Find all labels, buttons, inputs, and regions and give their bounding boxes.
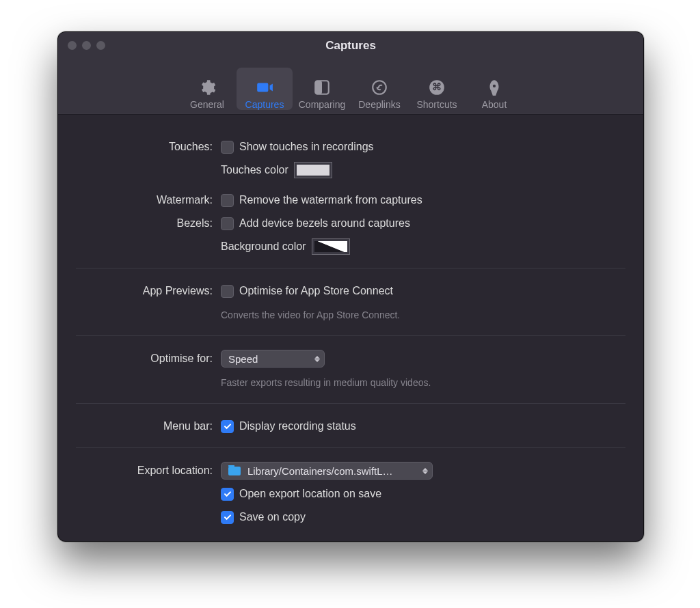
tab-about[interactable]: About [466, 68, 522, 110]
open-on-save-checkbox[interactable] [221, 488, 234, 501]
minimize-icon[interactable] [82, 41, 91, 50]
titlebar: Captures [58, 32, 643, 59]
show-touches-checkbox[interactable] [221, 141, 234, 154]
display-recording-status-text: Display recording status [239, 420, 356, 432]
optimise-appstore-checkbox[interactable] [221, 285, 234, 298]
bezels-bg-color-well[interactable] [312, 238, 350, 255]
export-location-label: Export location: [76, 465, 214, 477]
compare-icon [313, 79, 331, 96]
export-location-value: Library/Containers/com.swiftL… [247, 465, 393, 477]
rocket-icon [485, 79, 503, 96]
bezels-label: Bezels: [76, 217, 214, 230]
remove-watermark-text: Remove the watermark from captures [239, 194, 422, 206]
separator [76, 403, 625, 404]
svg-text:⌘: ⌘ [432, 81, 442, 92]
export-location-popup[interactable]: Library/Containers/com.swiftL… [221, 462, 433, 480]
video-camera-icon [256, 79, 273, 96]
optimise-for-popup[interactable]: Speed [221, 350, 325, 368]
tab-bar: General Captures Comparing Deeplinks ⌘ S… [58, 59, 643, 115]
svg-rect-1 [315, 81, 322, 94]
check-icon [224, 490, 232, 498]
optimise-for-value: Speed [228, 353, 258, 365]
chevron-updown-icon [422, 468, 428, 474]
touches-color-label: Touches color [221, 164, 288, 176]
watermark-label: Watermark: [76, 194, 214, 206]
app-previews-help: Converts the video for App Store Connect… [221, 309, 400, 320]
command-icon: ⌘ [428, 79, 446, 96]
tab-captures[interactable]: Captures [237, 68, 293, 110]
touches-color-well[interactable] [294, 162, 332, 178]
show-touches-text: Show touches in recordings [239, 141, 374, 153]
optimise-for-label: Optimise for: [76, 353, 214, 365]
add-bezels-checkbox[interactable] [221, 217, 234, 230]
check-icon [224, 422, 232, 430]
folder-icon [228, 467, 241, 475]
menu-bar-label: Menu bar: [76, 420, 214, 432]
optimise-appstore-text: Optimise for App Store Connect [239, 285, 393, 297]
tab-deeplinks-label: Deeplinks [358, 99, 400, 110]
display-recording-status-checkbox[interactable] [221, 420, 234, 433]
gear-icon [198, 79, 216, 96]
open-on-save-text: Open export location on save [239, 488, 381, 500]
tab-comparing[interactable]: Comparing [294, 68, 350, 110]
link-icon [371, 79, 388, 96]
tab-about-label: About [482, 99, 507, 110]
separator [76, 447, 625, 448]
remove-watermark-checkbox[interactable] [221, 194, 234, 207]
save-on-copy-text: Save on copy [239, 511, 306, 523]
tab-shortcuts-label: Shortcuts [416, 99, 457, 110]
bezels-bg-color-label: Background color [221, 240, 306, 253]
save-on-copy-checkbox[interactable] [221, 511, 234, 524]
tab-deeplinks[interactable]: Deeplinks [351, 68, 407, 110]
zoom-icon[interactable] [96, 41, 105, 50]
tab-general-label: General [190, 99, 224, 110]
chevron-updown-icon [314, 356, 320, 362]
separator [76, 268, 625, 268]
touches-label: Touches: [76, 141, 214, 153]
preferences-window: Captures General Captures Comparing Deep… [57, 31, 644, 542]
separator [76, 335, 625, 336]
tab-shortcuts[interactable]: ⌘ Shortcuts [409, 68, 465, 110]
tab-comparing-label: Comparing [299, 99, 345, 110]
tab-captures-label: Captures [245, 99, 284, 110]
window-controls [68, 41, 105, 50]
optimise-for-help: Faster exports resulting in medium quali… [221, 377, 431, 388]
window-title: Captures [325, 39, 376, 53]
content-area: Touches: Show touches in recordings Touc… [58, 115, 643, 542]
tab-general[interactable]: General [179, 68, 235, 110]
check-icon [224, 513, 232, 521]
add-bezels-text: Add device bezels around captures [239, 217, 410, 230]
close-icon[interactable] [68, 41, 77, 50]
app-previews-label: App Previews: [76, 285, 214, 297]
